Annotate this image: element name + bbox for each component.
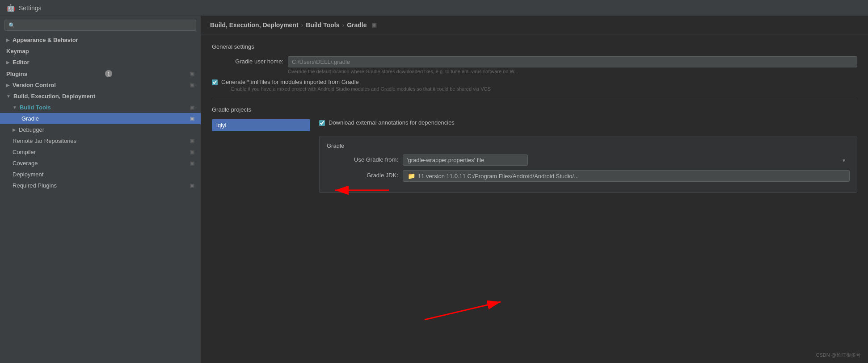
breadcrumb-part1[interactable]: Build, Execution, Deployment xyxy=(210,21,299,29)
title-bar-label: Settings xyxy=(19,4,42,12)
content-area: Build, Execution, Deployment › Build Too… xyxy=(201,16,868,363)
gradle-sub-title: Gradle xyxy=(327,142,850,149)
gradle-jdk-label: Gradle JDK: xyxy=(327,170,398,179)
project-list: iqiyi xyxy=(212,119,310,131)
gradle-jdk-row: Gradle JDK: 📁 11 version 11.0.11 C:/Prog… xyxy=(327,170,850,182)
gradle-home-row: Gradle user home: C:\Users\DELL\.gradle … xyxy=(212,56,857,74)
generate-iml-label-wrapper: Generate *.iml files for modules importe… xyxy=(221,79,491,92)
arrow-icon: ▼ xyxy=(6,94,11,99)
generate-iml-row: Generate *.iml files for modules importe… xyxy=(212,79,857,92)
sidebar-item-label: Version Control xyxy=(13,82,56,88)
settings-content: General settings Gradle user home: C:\Us… xyxy=(201,34,868,363)
jdk-folder-icon: 📁 xyxy=(408,172,415,179)
pin-icon: ▣ xyxy=(190,183,194,188)
sidebar-item-build-tools[interactable]: ▼ Build Tools ▣ xyxy=(0,102,201,113)
gradle-projects-layout: iqiyi Download external annotations for … xyxy=(212,119,857,193)
generate-iml-hint: Enable if you have a mixed project with … xyxy=(231,86,491,92)
download-annotations-label: Download external annotations for depend… xyxy=(329,119,455,126)
sidebar-item-label: Plugins xyxy=(6,71,27,77)
sidebar-item-label: Gradle xyxy=(21,115,39,122)
general-settings-title: General settings xyxy=(212,43,857,50)
sidebar-item-label: Editor xyxy=(13,59,29,66)
use-gradle-select[interactable]: 'gradle-wrapper.properties' file Specifi… xyxy=(403,154,528,166)
sidebar-item-label: Remote Jar Repositories xyxy=(13,138,76,144)
sidebar-item-gradle[interactable]: Gradle ▣ xyxy=(0,113,201,124)
breadcrumb-sep2: › xyxy=(342,21,344,29)
gradle-jdk-value[interactable]: 📁 11 version 11.0.11 C:/Program Files/An… xyxy=(403,170,850,182)
sidebar-item-keymap[interactable]: Keymap xyxy=(0,46,201,57)
sidebar-item-label: Build Tools xyxy=(20,104,51,111)
sidebar-item-label: Deployment xyxy=(13,171,43,178)
watermark: CSDN @长江很多号 xyxy=(816,352,861,359)
gradle-settings: Download external annotations for depend… xyxy=(319,119,857,193)
sidebar-item-debugger[interactable]: ▶ Debugger xyxy=(0,124,201,135)
search-input[interactable] xyxy=(18,22,192,29)
search-icon: 🔍 xyxy=(8,22,15,29)
gradle-jdk-control: 📁 11 version 11.0.11 C:/Program Files/An… xyxy=(403,170,850,182)
breadcrumb-part2[interactable]: Build Tools xyxy=(306,21,339,29)
sidebar-item-version-control[interactable]: ▶ Version Control ▣ xyxy=(0,79,201,91)
sidebar-item-required-plugins[interactable]: Required Plugins ▣ xyxy=(0,180,201,191)
gradle-home-input[interactable]: C:\Users\DELL\.gradle xyxy=(288,56,857,67)
sidebar-item-build-execution[interactable]: ▼ Build, Execution, Deployment xyxy=(0,91,201,102)
breadcrumb-sep1: › xyxy=(301,21,303,29)
download-annotations-row: Download external annotations for depend… xyxy=(319,119,857,126)
gradle-sub-section: Gradle Use Gradle from: 'gradle-wrapper.… xyxy=(319,136,857,193)
sidebar-item-label: Compiler xyxy=(13,149,36,155)
sidebar-item-coverage[interactable]: Coverage ▣ xyxy=(0,158,201,169)
pin-icon: ▣ xyxy=(190,160,194,166)
arrow-icon: ▶ xyxy=(13,127,16,132)
use-gradle-label: Use Gradle from: xyxy=(327,154,398,163)
use-gradle-select-wrapper: 'gradle-wrapper.properties' file Specifi… xyxy=(403,154,850,166)
gradle-home-label: Gradle user home: xyxy=(212,56,283,65)
sidebar-item-deployment[interactable]: Deployment xyxy=(0,169,201,180)
sidebar-item-label: Required Plugins xyxy=(13,182,57,189)
gradle-home-control: C:\Users\DELL\.gradle Override the defau… xyxy=(288,56,857,74)
use-gradle-row: Use Gradle from: 'gradle-wrapper.propert… xyxy=(327,154,850,166)
main-layout: 🔍 ▶ Appearance & Behavior Keymap ▶ Edito… xyxy=(0,16,868,363)
plugins-badge: 1 xyxy=(105,70,112,77)
sidebar-item-label: Coverage xyxy=(13,160,38,167)
sidebar-item-label: Build, Execution, Deployment xyxy=(13,93,95,100)
android-icon: 🤖 xyxy=(6,4,15,12)
arrow-icon: ▶ xyxy=(6,38,10,42)
content-wrapper: Build, Execution, Deployment › Build Too… xyxy=(201,16,868,363)
divider xyxy=(212,99,857,99)
gradle-home-hint: Override the default location where Grad… xyxy=(288,69,857,74)
search-bar[interactable]: 🔍 xyxy=(4,20,196,31)
generate-iml-label: Generate *.iml files for modules importe… xyxy=(221,79,491,85)
sidebar-item-remote-jar[interactable]: Remote Jar Repositories ▣ xyxy=(0,135,201,146)
sidebar-item-label: Keymap xyxy=(6,48,29,54)
title-bar: 🤖 Settings xyxy=(0,0,868,16)
pin-icon: ▣ xyxy=(190,149,194,155)
sidebar-item-editor[interactable]: ▶ Editor xyxy=(0,57,201,68)
gradle-jdk-text: 11 version 11.0.11 C:/Program Files/Andr… xyxy=(418,173,579,179)
gradle-projects-title: Gradle projects xyxy=(212,106,857,113)
sidebar-item-label: Debugger xyxy=(19,126,44,133)
arrow-icon: ▶ xyxy=(6,83,10,88)
breadcrumb-settings-icon[interactable]: ▣ xyxy=(372,22,377,28)
arrow-icon: ▼ xyxy=(13,105,17,110)
pin-icon: ▣ xyxy=(190,116,194,121)
breadcrumb-part3[interactable]: Gradle xyxy=(347,21,367,29)
sidebar-item-label: Appearance & Behavior xyxy=(13,37,78,43)
download-annotations-checkbox[interactable] xyxy=(319,120,325,126)
generate-iml-checkbox[interactable] xyxy=(212,79,218,85)
use-gradle-control: 'gradle-wrapper.properties' file Specifi… xyxy=(403,154,850,166)
arrow-icon: ▶ xyxy=(6,60,10,65)
sidebar-item-appearance[interactable]: ▶ Appearance & Behavior xyxy=(0,34,201,46)
sidebar: 🔍 ▶ Appearance & Behavior Keymap ▶ Edito… xyxy=(0,16,201,363)
sidebar-item-plugins[interactable]: Plugins 1 ▣ xyxy=(0,68,201,79)
sidebar-item-compiler[interactable]: Compiler ▣ xyxy=(0,146,201,158)
pin-icon: ▣ xyxy=(190,71,194,77)
breadcrumb: Build, Execution, Deployment › Build Too… xyxy=(201,16,868,34)
pin-icon: ▣ xyxy=(190,138,194,144)
list-item[interactable]: iqiyi xyxy=(212,119,310,131)
pin-icon: ▣ xyxy=(190,82,194,88)
pin-icon: ▣ xyxy=(190,104,194,110)
